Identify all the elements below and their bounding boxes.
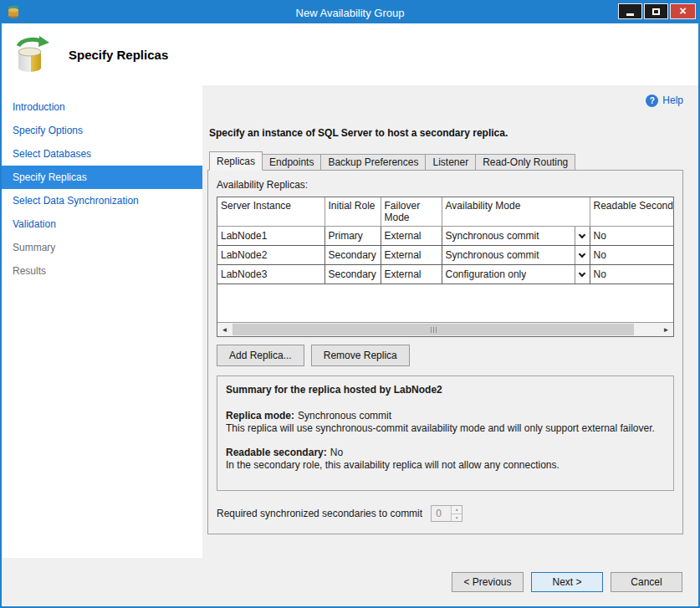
replica-mode-line: Replica mode:Synchronous commit <box>226 410 665 423</box>
close-button[interactable]: × <box>670 3 696 19</box>
tab-listener[interactable]: Listener <box>425 154 476 170</box>
table-row: LabNode1 Primary External Synchronous co… <box>217 227 674 246</box>
availability-mode-dropdown[interactable]: Configuration only <box>442 265 590 284</box>
server-instance-cell[interactable]: LabNode3 <box>217 265 324 284</box>
help-row: ? Help <box>207 92 683 109</box>
replica-buttons-row: Add Replica... Remove Replica <box>217 345 674 366</box>
failover-mode-cell[interactable]: External <box>381 227 442 246</box>
cancel-button[interactable]: Cancel <box>611 572 682 592</box>
column-header-availability-mode: Availability Mode <box>442 197 590 227</box>
chevron-down-icon[interactable] <box>575 246 590 264</box>
wizard-body: Introduction Specify Options Select Data… <box>2 85 698 558</box>
title-bar[interactable]: New Availability Group × <box>2 2 698 23</box>
availability-replicas-grid: Server Instance Initial Role Failover Mo… <box>217 197 674 337</box>
dropdown-value: Configuration only <box>442 268 527 280</box>
help-link[interactable]: Help <box>662 95 683 106</box>
availability-mode-cell: Synchronous commit <box>442 246 590 265</box>
initial-role-cell[interactable]: Secondary <box>324 246 381 265</box>
minimize-icon <box>626 13 634 16</box>
replicas-tab-panel: Availability Replicas: Server Instance I… <box>207 170 683 534</box>
failover-mode-cell[interactable]: External <box>381 265 442 284</box>
required-secondaries-spinner: 0 ▲ ▼ <box>431 505 462 522</box>
readable-secondary-value: No <box>330 447 343 458</box>
remove-replica-button[interactable]: Remove Replica <box>311 345 410 366</box>
column-header-server-instance: Server Instance <box>217 197 324 227</box>
tab-backup-preferences[interactable]: Backup Preferences <box>320 154 426 170</box>
initial-role-cell[interactable]: Primary <box>324 227 381 246</box>
scroll-left-icon[interactable]: ◄ <box>217 323 232 336</box>
sidebar-item-specify-replicas[interactable]: Specify Replicas <box>2 166 202 189</box>
minimize-button[interactable] <box>618 3 642 19</box>
availability-mode-dropdown[interactable]: Synchronous commit <box>442 227 590 245</box>
required-secondaries-value: 0 <box>432 506 451 521</box>
replica-mode-value: Synchronous commit <box>298 410 391 422</box>
readable-secondary-line: Readable secondary:No <box>226 447 665 460</box>
availability-mode-cell: Synchronous commit <box>442 227 590 246</box>
window-icon <box>7 6 20 19</box>
sidebar-item-results: Results <box>2 259 202 283</box>
readable-secondary-cell[interactable]: No <box>590 265 674 284</box>
sidebar-item-validation[interactable]: Validation <box>2 212 202 236</box>
spinner-up-icon: ▲ <box>452 506 462 514</box>
tab-strip: Replicas Endpoints Backup Preferences Li… <box>209 151 683 170</box>
window-title: New Availability Group <box>2 7 698 19</box>
chevron-down-icon[interactable] <box>575 265 590 284</box>
server-instance-cell[interactable]: LabNode1 <box>217 227 324 246</box>
help-icon[interactable]: ? <box>646 95 658 107</box>
spinner-buttons: ▲ ▼ <box>451 506 462 521</box>
sidebar-item-specify-options[interactable]: Specify Options <box>2 119 202 142</box>
table-row: LabNode2 Secondary External Synchronous … <box>217 246 674 265</box>
spinner-down-icon: ▼ <box>452 514 462 522</box>
column-header-initial-role: Initial Role <box>324 197 381 227</box>
wizard-content: ? Help Specify an instance of SQL Server… <box>202 85 698 558</box>
readable-secondary-cell[interactable]: No <box>590 227 674 246</box>
scrollbar-thumb[interactable] <box>232 324 634 335</box>
availability-mode-dropdown[interactable]: Synchronous commit <box>442 246 590 264</box>
next-button[interactable]: Next > <box>531 572 603 592</box>
wizard-header: Specify Replicas <box>2 23 698 85</box>
availability-mode-cell: Configuration only <box>442 265 590 284</box>
replica-summary-box: Summary for the replica hosted by LabNod… <box>217 376 674 491</box>
server-instance-cell[interactable]: LabNode2 <box>217 246 324 265</box>
dropdown-value: Synchronous commit <box>442 230 539 242</box>
tab-replicas[interactable]: Replicas <box>209 151 263 171</box>
scrollbar-grip <box>433 327 434 333</box>
chevron-down-icon[interactable] <box>575 227 590 245</box>
add-replica-button[interactable]: Add Replica... <box>217 345 304 366</box>
previous-button[interactable]: < Previous <box>452 572 524 592</box>
horizontal-scrollbar[interactable]: ◄ ► <box>217 322 673 336</box>
readable-secondary-cell[interactable]: No <box>590 246 674 265</box>
replica-mode-label: Replica mode: <box>226 410 294 422</box>
initial-role-cell[interactable]: Secondary <box>324 265 381 284</box>
scroll-right-icon[interactable]: ► <box>659 323 673 336</box>
wizard-steps-sidebar: Introduction Specify Options Select Data… <box>2 85 202 558</box>
tab-read-only-routing[interactable]: Read-Only Routing <box>475 154 575 170</box>
sidebar-item-select-databases[interactable]: Select Databases <box>2 142 202 166</box>
sidebar-item-select-data-synchronization[interactable]: Select Data Synchronization <box>2 189 202 212</box>
availability-replicas-label: Availability Replicas: <box>217 179 674 191</box>
dropdown-value: Synchronous commit <box>442 249 539 261</box>
column-header-failover-mode: Failover Mode <box>381 197 442 227</box>
scrollbar-grip <box>431 327 432 333</box>
window-controls: × <box>618 3 696 19</box>
replicas-table: Server Instance Initial Role Failover Mo… <box>217 197 674 284</box>
new-availability-group-window: New Availability Group × <box>0 0 700 608</box>
replica-mode-description: This replica will use synchronous-commit… <box>226 422 665 436</box>
summary-title: Summary for the replica hosted by LabNod… <box>226 384 665 397</box>
maximize-button[interactable] <box>644 3 668 19</box>
scrollbar-grip <box>436 327 437 333</box>
scrollbar-track[interactable] <box>232 323 659 336</box>
sidebar-item-summary: Summary <box>2 236 202 259</box>
readable-secondary-description: In the secondary role, this availability… <box>226 459 665 473</box>
sidebar-item-introduction[interactable]: Introduction <box>2 95 202 119</box>
failover-mode-cell[interactable]: External <box>381 246 442 265</box>
wizard-footer: < Previous Next > Cancel <box>2 558 698 606</box>
tab-endpoints[interactable]: Endpoints <box>262 154 321 170</box>
close-icon: × <box>679 4 686 18</box>
table-header-row: Server Instance Initial Role Failover Mo… <box>217 197 674 227</box>
instruction-text: Specify an instance of SQL Server to hos… <box>209 127 683 139</box>
maximize-icon <box>652 8 660 15</box>
column-header-readable-secondary: Readable Secondary <box>590 197 674 227</box>
page-title: Specify Replicas <box>69 48 168 62</box>
required-secondaries-row: Required synchronized secondaries to com… <box>217 505 674 522</box>
